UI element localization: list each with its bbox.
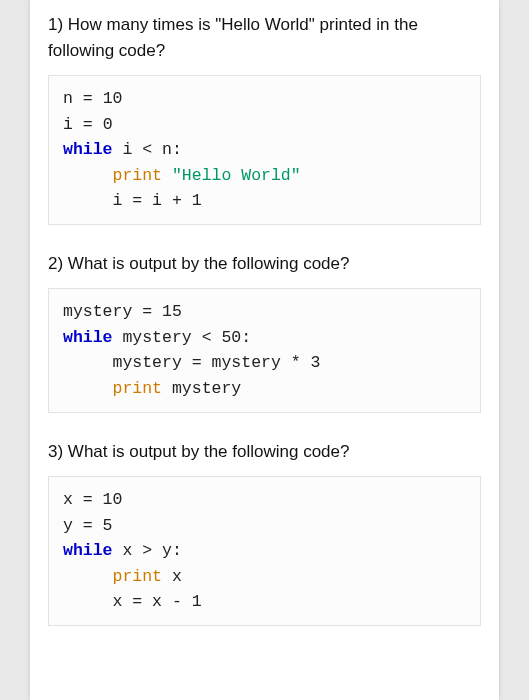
code-token: x bbox=[162, 567, 182, 586]
question-2-text: 2) What is output by the following code? bbox=[48, 251, 481, 277]
code-indent bbox=[63, 166, 113, 185]
code-token: : bbox=[241, 328, 251, 347]
question-3-text: 3) What is output by the following code? bbox=[48, 439, 481, 465]
code-keyword: print bbox=[113, 379, 163, 398]
code-token: x > y: bbox=[113, 541, 182, 560]
code-string: "Hello World" bbox=[172, 166, 301, 185]
code-keyword: while bbox=[63, 140, 113, 159]
code-token: y = bbox=[63, 516, 103, 535]
question-2-code: mystery = 15 while mystery < 50: mystery… bbox=[48, 288, 481, 412]
question-1-code: n = 10 i = 0 while i < n: print "Hello W… bbox=[48, 75, 481, 225]
code-token: x = x - bbox=[113, 592, 192, 611]
code-token: i < n: bbox=[113, 140, 182, 159]
document-page: 1) How many times is "Hello World" print… bbox=[30, 0, 499, 700]
code-token: mystery < bbox=[113, 328, 222, 347]
code-token: i bbox=[63, 115, 73, 134]
code-token: mystery = mystery * bbox=[113, 353, 311, 372]
code-token: = bbox=[73, 115, 103, 134]
code-token: 15 bbox=[162, 302, 182, 321]
code-token: 5 bbox=[103, 516, 113, 535]
code-token: 10 bbox=[103, 490, 123, 509]
code-token: x = bbox=[63, 490, 103, 509]
question-1-text: 1) How many times is "Hello World" print… bbox=[48, 12, 481, 63]
code-indent bbox=[63, 592, 113, 611]
code-indent bbox=[63, 567, 113, 586]
code-token bbox=[162, 166, 172, 185]
code-token: i = i + bbox=[113, 191, 192, 210]
code-keyword: print bbox=[113, 567, 163, 586]
code-token: 0 bbox=[103, 115, 113, 134]
code-token: 50 bbox=[221, 328, 241, 347]
code-token: mystery = bbox=[63, 302, 162, 321]
code-token: = bbox=[73, 89, 103, 108]
code-indent bbox=[63, 191, 113, 210]
question-3-code: x = 10 y = 5 while x > y: print x x = x … bbox=[48, 476, 481, 626]
code-token: 1 bbox=[192, 592, 202, 611]
code-token: mystery bbox=[162, 379, 241, 398]
code-keyword: print bbox=[113, 166, 163, 185]
code-token: 10 bbox=[103, 89, 123, 108]
code-indent bbox=[63, 379, 113, 398]
code-indent bbox=[63, 353, 113, 372]
code-keyword: while bbox=[63, 541, 113, 560]
code-token: 3 bbox=[311, 353, 321, 372]
code-token: n bbox=[63, 89, 73, 108]
code-keyword: while bbox=[63, 328, 113, 347]
code-token: 1 bbox=[192, 191, 202, 210]
